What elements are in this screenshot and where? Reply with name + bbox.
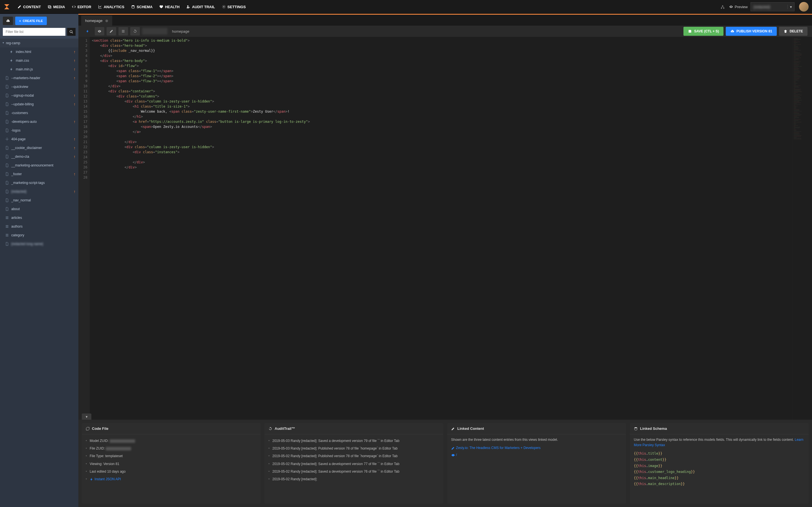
audit-entry: 2019-05-03 Randy [redacted]: Saved a dev… — [268, 437, 439, 445]
upload-button[interactable] — [3, 17, 13, 25]
file-authors[interactable]: authors — [0, 222, 79, 231]
filter-input[interactable] — [3, 28, 65, 36]
gear-icon — [222, 5, 226, 9]
nav-content[interactable]: CONTENT — [15, 3, 44, 11]
modified-arrow-icon: ↑ — [73, 154, 75, 159]
nav-audit-trail[interactable]: AUDIT TRAIL — [184, 3, 218, 11]
file-articles[interactable]: articles — [0, 213, 79, 222]
svg-rect-11 — [6, 217, 8, 218]
file-about[interactable]: about — [0, 205, 79, 213]
file--demo-cta[interactable]: __demo-cta↑ — [0, 152, 79, 161]
save-button[interactable]: SAVE (CTL + S) — [683, 27, 723, 36]
file--marketing-announcement[interactable]: __marketing-announcement — [0, 161, 79, 170]
file-category[interactable]: category — [0, 231, 79, 239]
file-main-css[interactable]: main.css↑ — [0, 56, 79, 65]
panel-linked-content: Linked Content Shown are the three lates… — [447, 423, 626, 504]
nav-editor[interactable]: EDITOR — [69, 3, 94, 11]
file--logos[interactable]: -logos — [0, 126, 79, 135]
nav-settings[interactable]: SETTINGS — [219, 3, 249, 11]
panel-code-file: Code File Model ZUID: File ZUID: File Ty… — [82, 423, 260, 504]
svg-point-8 — [70, 31, 72, 33]
modified-arrow-icon: ↑ — [73, 93, 75, 98]
svg-rect-5 — [722, 5, 723, 6]
search-button[interactable] — [67, 28, 75, 36]
file--marketers-header[interactable]: --marketers-header↑ — [0, 73, 79, 82]
svg-rect-19 — [122, 30, 124, 31]
minimap[interactable]: ━━━━━━━━━━━━━━━━━━━━━━━━━━━━━━━━━━━━━━━━… — [792, 37, 812, 420]
file-icon — [5, 146, 9, 150]
code-icon — [72, 5, 76, 9]
code-editor[interactable]: 1234567891011121314151617181920212223242… — [79, 37, 812, 420]
parsley-field: {{this.title}} — [634, 451, 805, 457]
file-index-html[interactable]: index.html↑ — [0, 47, 79, 56]
modified-arrow-icon: ↑ — [73, 102, 75, 107]
delete-button[interactable]: DELETE — [779, 27, 808, 36]
tab-homepage[interactable]: homepage ⊗ — [81, 15, 112, 25]
file--footer[interactable]: _footer↑ — [0, 170, 79, 178]
file--signup-modal[interactable]: --signup-modal↑ — [0, 91, 79, 100]
top-nav: CONTENTMEDIAEDITORANALYTICSSCHEMAHEALTHA… — [0, 0, 812, 14]
close-tab-icon[interactable]: ⊗ — [105, 18, 108, 23]
file-main-min-js[interactable]: main.min.js↑ — [0, 65, 79, 73]
linked-content-link[interactable]: Zesty.io: The Headless CMS for Marketers… — [456, 446, 541, 450]
svg-point-9 — [6, 138, 8, 140]
file-tree: reg-camp index.html↑main.css↑main.min.js… — [0, 39, 79, 507]
svg-rect-20 — [122, 31, 124, 31]
nav-health[interactable]: HEALTH — [156, 3, 183, 11]
file-404-page[interactable]: 404-page↑ — [0, 135, 79, 144]
drawer-toggle[interactable]: ▾ — [82, 413, 91, 420]
user-avatar[interactable] — [799, 2, 809, 11]
create-file-button[interactable]: + CREATE FILE — [15, 17, 47, 25]
publish-button[interactable]: PUBLISH VERSION 81 — [726, 27, 777, 36]
file-icon — [5, 85, 9, 89]
modified-arrow-icon: ↑ — [73, 189, 75, 194]
modified-arrow-icon: ↑ — [73, 50, 75, 54]
file--update-billing[interactable]: --update-billing↑ — [0, 100, 79, 108]
file-icon — [5, 172, 9, 176]
file--quickview[interactable]: --quickview — [0, 82, 79, 91]
file--customers[interactable]: -customers — [0, 108, 79, 117]
instant-json-link[interactable]: Instant JSON API — [94, 477, 121, 481]
folder-reg-camp[interactable]: reg-camp — [0, 39, 79, 47]
file-icon — [5, 76, 9, 80]
file--marketing-script-tags[interactable]: _marketing-script-tags — [0, 178, 79, 187]
parsley-field: {{this.customer_logo_heading}} — [634, 469, 805, 475]
codefile-item: Model ZUID: — [86, 437, 257, 445]
sitemap-icon[interactable] — [719, 3, 726, 11]
line-gutter: 1234567891011121314151617181920212223242… — [79, 37, 90, 420]
bolt-icon[interactable] — [83, 27, 93, 36]
audit-entry: 2019-05-02 Randy [redacted]: Published v… — [268, 452, 439, 460]
linked-content-path[interactable]: / — [456, 453, 457, 457]
list-icon — [5, 216, 9, 220]
user-edit-icon — [186, 5, 190, 9]
file-icon — [5, 111, 9, 115]
instance-selector[interactable]: [redacted] ▾ — [751, 2, 795, 11]
audit-entry: 2019-05-02 Randy [redacted]: Saved a dev… — [268, 460, 439, 468]
svg-rect-6 — [721, 8, 722, 9]
parsley-field: {{this.main_headline}} — [634, 475, 805, 482]
file-icon — [5, 242, 9, 246]
eye-icon[interactable] — [95, 27, 104, 36]
list-icon[interactable] — [118, 27, 128, 36]
file--redacted-[interactable]: [redacted]↑ — [0, 187, 79, 196]
codefile-item: Viewing: Version 81 — [86, 460, 257, 468]
bolt-icon — [10, 50, 13, 54]
preview-link[interactable]: Preview — [729, 5, 748, 9]
svg-rect-13 — [6, 225, 8, 225]
file-icon — [5, 128, 9, 132]
edit-icon[interactable] — [107, 27, 116, 36]
chevron-down-icon[interactable]: ▾ — [788, 5, 794, 9]
file-icon — [5, 94, 9, 98]
modified-arrow-icon: ↑ — [73, 172, 75, 176]
file--redacted-long-name-[interactable]: [redacted long name] — [0, 239, 79, 248]
nav-schema[interactable]: SCHEMA — [128, 3, 155, 11]
database-icon — [131, 5, 135, 9]
nav-analytics[interactable]: ANALYTICS — [95, 3, 127, 11]
file--nav-normal[interactable]: _nav_normal — [0, 196, 79, 205]
code-area[interactable]: <section class="hero is-info is-medium i… — [90, 37, 792, 420]
nav-media[interactable]: MEDIA — [45, 3, 68, 11]
file--cookie-disclaimer[interactable]: __cookie_disclaimer↑ — [0, 144, 79, 152]
history-icon[interactable] — [130, 27, 140, 36]
file--developers-auto[interactable]: -developers-auto↑ — [0, 117, 79, 126]
breadcrumb-current: homepage — [172, 29, 189, 34]
